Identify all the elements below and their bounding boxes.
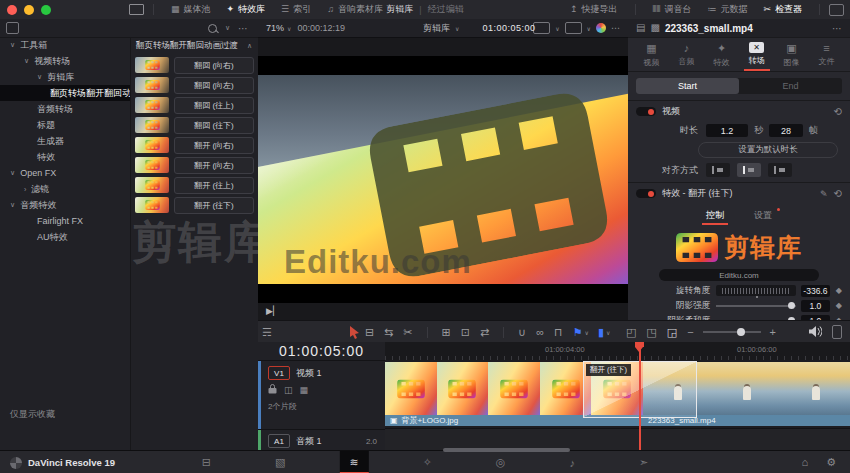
- search-icon[interactable]: [208, 24, 217, 33]
- audio-track-badge[interactable]: A1: [268, 434, 290, 448]
- multicam-view-icon[interactable]: [533, 22, 550, 34]
- zoom-detail-icon[interactable]: ◳: [646, 326, 656, 339]
- tab-transition[interactable]: ✕转场: [742, 42, 772, 71]
- panel-toggle-icon[interactable]: [6, 22, 19, 34]
- zoom-window-button[interactable]: [41, 5, 51, 15]
- selection-mode-icon[interactable]: [349, 326, 360, 339]
- rotation-value[interactable]: -336.6: [801, 285, 830, 297]
- marker-icon[interactable]: ▮: [598, 326, 604, 339]
- sidebar-item-video-transitions[interactable]: ∨视频转场: [0, 53, 130, 69]
- set-default-duration-button[interactable]: 设置为默认时长: [698, 142, 838, 158]
- shadow-strength-value[interactable]: 1.0: [801, 300, 830, 312]
- keyframe-editor-icon[interactable]: ✎: [820, 189, 828, 199]
- start-button[interactable]: Start: [636, 78, 739, 94]
- viewer-zoom-level[interactable]: 71%: [266, 23, 284, 33]
- align-center-button[interactable]: [737, 163, 761, 177]
- zoom-out-button[interactable]: −: [687, 326, 693, 338]
- transition-item[interactable]: 翻回 (往上): [130, 95, 258, 115]
- overwrite-clip-icon[interactable]: ⊡: [461, 326, 470, 339]
- viewer-display-icon[interactable]: [565, 22, 582, 34]
- timeline-view-options-icon[interactable]: [832, 325, 842, 339]
- align-end-button[interactable]: [768, 163, 792, 177]
- video-track-header[interactable]: V1 视频 1 ◫ ▦ 2个片段: [258, 360, 385, 429]
- deliver-page-button[interactable]: ➣: [629, 451, 658, 473]
- project-manager-home-icon[interactable]: ⌂: [801, 456, 808, 469]
- timeline-ruler[interactable]: 01:00:04:00 01:00:06:00: [385, 342, 850, 361]
- sidebar-item-titles[interactable]: 标题: [0, 117, 130, 133]
- index-button[interactable]: ☰ 索引: [273, 0, 319, 19]
- more-options-icon[interactable]: ⋯: [238, 23, 248, 34]
- chevron-down-icon[interactable]: ∨: [287, 25, 291, 32]
- transition-item[interactable]: 翻开 (往上): [130, 175, 258, 195]
- fusion-page-button[interactable]: ✧: [413, 451, 442, 473]
- sidebar-item-au-fx[interactable]: AU特效: [0, 229, 130, 245]
- transition-item-selected[interactable]: 翻开 (往下): [130, 195, 258, 215]
- video-track-lane[interactable]: 翻开 (往下) ▣ 背景+LOGO.jpg 223363_small.mp4: [385, 360, 850, 428]
- keyframe-icon[interactable]: ◆: [836, 286, 842, 295]
- sidebar-item-effects[interactable]: 特效: [0, 149, 130, 165]
- tab-audio[interactable]: ♪音频: [672, 42, 702, 71]
- media-page-button[interactable]: ⊟: [192, 451, 221, 473]
- media-pool-button[interactable]: ▦ 媒体池: [163, 0, 219, 19]
- zoom-in-button[interactable]: +: [770, 326, 776, 338]
- chevron-down-icon[interactable]: ∨: [585, 329, 589, 336]
- sidebar-item-fairlight-fx[interactable]: Fairlight FX: [0, 213, 130, 229]
- trim-edit-mode-icon[interactable]: ⊟: [365, 326, 374, 339]
- timeline-options-icon[interactable]: ☴: [262, 326, 272, 339]
- rotation-dial[interactable]: [716, 285, 796, 296]
- favorites-only-label[interactable]: 仅显示收藏: [10, 408, 55, 421]
- timeline-horizontal-scrollbar[interactable]: [443, 448, 570, 452]
- sidebar-item-pageturn-pack[interactable]: 翻页转场翻开翻回动画过渡: [0, 85, 130, 101]
- linked-selection-icon[interactable]: ∞: [536, 326, 544, 338]
- video-preview[interactable]: Editku.com ▶▏ ⌗ ∨ ‹ ● › ▕◀◀ ◀ ■ ▶ ▶▶▏ ⟳ …: [258, 56, 628, 303]
- viewer-mode-label[interactable]: 剪辑库: [423, 22, 450, 35]
- reset-icon[interactable]: ⟲: [834, 106, 842, 117]
- sidebar-item-generators[interactable]: 生成器: [0, 133, 130, 149]
- video-enable-toggle[interactable]: [636, 107, 656, 116]
- mixer-button[interactable]: ⦀⦀ 调音台: [645, 0, 700, 19]
- audio-track-name[interactable]: 音频 1: [296, 435, 322, 448]
- replace-clip-icon[interactable]: ⇄: [480, 326, 489, 339]
- sidebar-item-editku[interactable]: ∨剪辑库: [0, 69, 130, 85]
- duration-seconds-field[interactable]: 1.2: [706, 124, 748, 137]
- close-window-button[interactable]: [7, 5, 17, 15]
- timeline-playhead[interactable]: [639, 342, 641, 450]
- inspector-button[interactable]: ✂ 检查器: [755, 0, 810, 19]
- audio-track-header[interactable]: A1 音频 1 2.0: [258, 429, 385, 452]
- sidebar-item-openfx[interactable]: ∨Open FX: [0, 165, 130, 181]
- video-track-name[interactable]: 视频 1: [296, 367, 322, 380]
- tab-video[interactable]: ▦视频: [637, 42, 667, 71]
- effects-library-button[interactable]: ✦ 特效库: [219, 0, 274, 19]
- chevron-down-icon[interactable]: ∨: [225, 24, 230, 32]
- video-track-badge[interactable]: V1: [268, 366, 290, 380]
- collapse-chevron-icon[interactable]: ∧: [247, 42, 252, 50]
- insert-clip-icon[interactable]: ⊞: [442, 326, 451, 339]
- transition-item[interactable]: 翻回 (向左): [130, 75, 258, 95]
- shadow-strength-slider[interactable]: [716, 300, 796, 311]
- zoom-full-extent-icon[interactable]: ◰: [626, 326, 636, 339]
- zoom-custom-icon[interactable]: ◲: [667, 326, 677, 339]
- chevron-down-icon[interactable]: ∨: [606, 329, 610, 336]
- metadata-button[interactable]: ≔ 元数据: [699, 0, 755, 19]
- sidebar-item-audio-transitions[interactable]: 音频转场: [0, 101, 130, 117]
- minimize-window-button[interactable]: [24, 5, 34, 15]
- settings-gear-icon[interactable]: ⚙: [826, 456, 836, 469]
- flag-icon[interactable]: ⚑: [573, 326, 583, 339]
- keyframe-icon[interactable]: ◆: [836, 301, 842, 310]
- track-enable-icon[interactable]: ▦: [300, 386, 309, 395]
- chevron-down-icon[interactable]: ∨: [455, 25, 459, 32]
- transition-item[interactable]: 翻开 (向右): [130, 135, 258, 155]
- transition-item[interactable]: 翻回 (往下): [130, 115, 258, 135]
- transition-item[interactable]: 翻回 (向右): [130, 55, 258, 75]
- sidebar-item-toolbox[interactable]: ∨工具箱: [0, 37, 130, 53]
- sidebar-item-filters[interactable]: ›滤镜: [0, 181, 130, 197]
- reset-icon[interactable]: ⟲: [834, 188, 842, 199]
- layout-presets-icon[interactable]: [829, 4, 844, 16]
- dynamic-trim-icon[interactable]: ⇆: [384, 326, 393, 339]
- chevron-down-icon[interactable]: ∨: [555, 25, 559, 32]
- tab-image[interactable]: ▣图像: [777, 42, 807, 71]
- sidebar-item-audio-fx[interactable]: ∨音频特效: [0, 197, 130, 213]
- align-start-button[interactable]: [706, 163, 730, 177]
- duration-frames-field[interactable]: 28: [769, 124, 803, 137]
- color-wheel-icon[interactable]: [596, 23, 606, 33]
